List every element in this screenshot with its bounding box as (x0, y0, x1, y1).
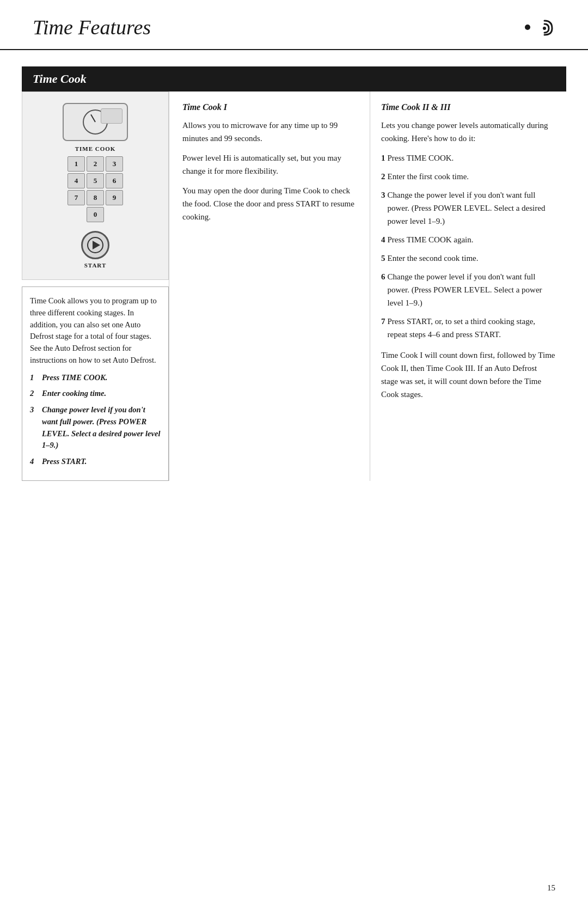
start-symbol-icon (93, 241, 100, 249)
tc2-step-text-4: Press TIME COOK again. (388, 233, 474, 246)
right-column: Time Cook II & III Lets you change power… (370, 91, 566, 481)
tc2-step-num-2: 2 (381, 170, 385, 183)
tc2-step-num-1: 1 (381, 151, 385, 164)
keypad-row-0: 0 (68, 207, 123, 222)
tc2-step-text-3: Change the power level if you don't want… (388, 188, 556, 228)
step-3: 3 Change power level if you don't want f… (30, 404, 161, 452)
keypad-row-1: 1 2 3 (68, 156, 123, 172)
tc2-step-text-2: Enter the first cook time. (388, 170, 469, 183)
header-icons (525, 16, 555, 38)
time-cook-i-para-1: Allows you to microwave for any time up … (182, 119, 357, 145)
tc2-step-1: 1 Press TIME COOK. (381, 151, 555, 164)
tc2-step-text-1: Press TIME COOK. (388, 151, 454, 164)
key-0[interactable]: 0 (87, 207, 104, 222)
instruction-intro: Time Cook allows you to program up to th… (30, 295, 161, 367)
key-2[interactable]: 2 (87, 156, 104, 172)
main-content: TIME COOK 1 2 3 4 5 6 7 8 9 0 (22, 91, 566, 481)
microwave-illustration: TIME COOK 1 2 3 4 5 6 7 8 9 0 (22, 91, 169, 280)
keypad-row-3: 7 8 9 (68, 190, 123, 205)
microwave-display (63, 103, 128, 141)
start-label: START (84, 262, 106, 269)
key-3[interactable]: 3 (106, 156, 123, 172)
svg-point-0 (543, 27, 546, 30)
step-2: 2 Enter cooking time. (30, 388, 161, 400)
signal-icon (534, 16, 555, 38)
start-button-container: START (81, 231, 109, 269)
page-title: Time Features (33, 15, 151, 39)
tc2-step-3: 3 Change the power level if you don't wa… (381, 188, 555, 228)
instruction-box: Time Cook allows you to program up to th… (22, 286, 169, 481)
dot-icon (525, 25, 530, 30)
tc2-step-text-5: Enter the second cook time. (388, 252, 479, 265)
step-text-3: Change power level if you don't want ful… (42, 404, 161, 452)
tc2-step-7: 7 Press START, or, to set a third cookin… (381, 315, 555, 341)
time-cook-i-para-2: Power level Hi is automatically set, but… (182, 151, 357, 178)
tc2-step-2: 2 Enter the first cook time. (381, 170, 555, 183)
tc2-step-num-4: 4 (381, 233, 385, 246)
tc2-step-6: 6 Change the power level if you don't wa… (381, 270, 555, 309)
time-cook-ii-intro: Lets you change power levels automatical… (381, 119, 555, 145)
step-text-2: Enter cooking time. (42, 388, 106, 400)
key-1[interactable]: 1 (68, 156, 85, 172)
start-button[interactable] (81, 231, 109, 259)
key-8[interactable]: 8 (87, 190, 104, 205)
time-cook-i-para-3: You may open the door during Time Cook t… (182, 184, 357, 223)
step-1: 1 Press TIME COOK. (30, 372, 161, 384)
time-cook-i-title: Time Cook I (182, 102, 357, 112)
keypad-row-2: 4 5 6 (68, 173, 123, 188)
step-num-1: 1 (30, 372, 39, 384)
tc2-step-text-7: Press START, or, to set a third cooking … (388, 315, 556, 341)
page-number: 15 (547, 883, 555, 893)
step-num-2: 2 (30, 388, 39, 400)
key-7[interactable]: 7 (68, 190, 85, 205)
clock-hand (90, 114, 96, 123)
key-4[interactable]: 4 (68, 173, 85, 188)
time-cook-ii-footer: Time Cook I will count down first, follo… (381, 349, 555, 401)
page-header: Time Features (0, 0, 588, 50)
section-header: Time Cook (22, 66, 566, 91)
step-4: 4 Press START. (30, 456, 161, 468)
tc2-step-num-5: 5 (381, 252, 385, 265)
tc2-step-num-7: 7 (381, 315, 385, 341)
tc2-step-4: 4 Press TIME COOK again. (381, 233, 555, 246)
time-cook-ii-title: Time Cook II & III (381, 102, 555, 112)
section-title: Time Cook (33, 72, 555, 86)
key-5[interactable]: 5 (87, 173, 104, 188)
step-num-4: 4 (30, 456, 39, 468)
time-cook-ii-body: Lets you change power levels automatical… (381, 119, 555, 401)
display-panel (101, 108, 122, 124)
step-text-4: Press START. (42, 456, 87, 468)
keypad: 1 2 3 4 5 6 7 8 9 0 (68, 156, 123, 222)
tc2-step-5: 5 Enter the second cook time. (381, 252, 555, 265)
tc2-step-text-6: Change the power level if you don't want… (388, 270, 556, 309)
tc2-step-num-3: 3 (381, 188, 385, 228)
key-9[interactable]: 9 (106, 190, 123, 205)
left-column: TIME COOK 1 2 3 4 5 6 7 8 9 0 (22, 91, 169, 481)
start-inner (87, 237, 103, 253)
tc2-step-num-6: 6 (381, 270, 385, 309)
key-6[interactable]: 6 (106, 173, 123, 188)
time-cook-i-body: Allows you to microwave for any time up … (182, 119, 357, 223)
time-cook-label: TIME COOK (75, 145, 116, 152)
step-text-1: Press TIME COOK. (42, 372, 107, 384)
middle-column: Time Cook I Allows you to microwave for … (169, 91, 370, 481)
right-columns: Time Cook I Allows you to microwave for … (169, 91, 566, 481)
step-num-3: 3 (30, 404, 39, 452)
